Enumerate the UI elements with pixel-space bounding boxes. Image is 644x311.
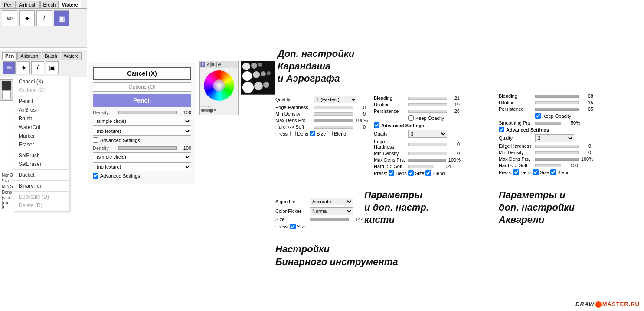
press-dens-check[interactable] [290, 131, 296, 136]
menu-brush[interactable]: Brush [13, 114, 69, 123]
menu-marker[interactable]: Marker [13, 132, 69, 140]
wc-mindens-label: Min Density [499, 150, 533, 155]
tab-pen-second[interactable]: Pen [2, 52, 17, 60]
max-dens-label: Max Dens Prs. [275, 118, 312, 123]
tab-pen-top[interactable]: Pen [1, 1, 16, 8]
press-blend-text: Blend [334, 131, 346, 136]
wc-hardsoft-slider[interactable] [535, 164, 561, 167]
adv-settings-check-main[interactable] [93, 137, 98, 143]
hard-soft-label: Hard <-> Soft [275, 124, 312, 129]
mini-tab-pen[interactable]: P [200, 62, 205, 67]
size-slider-brush[interactable] [310, 218, 349, 221]
brush-icon-second[interactable]: / [31, 61, 44, 74]
wc-press-size-check[interactable] [533, 169, 539, 175]
min-density-slider[interactable] [314, 112, 353, 116]
wc-dilution-slider[interactable] [535, 101, 579, 104]
menu-pencil[interactable]: Pencil [13, 97, 69, 106]
menu-seleraser[interactable]: SelEraser [13, 160, 69, 169]
edge-hardness-slider[interactable] [314, 106, 353, 109]
tab-brush-top[interactable]: Brush [40, 1, 59, 8]
circle-select2-main[interactable]: (simple circle) [93, 152, 191, 161]
airbrush-icon-second[interactable]: ✦ [17, 61, 30, 74]
wc-press-label: Press: [499, 170, 512, 175]
tab-waterc-top[interactable]: Waterc [59, 1, 81, 8]
cancel-button-main[interactable]: Cancel (X) [93, 67, 191, 80]
menu-selbrush[interactable]: SelBrush [13, 151, 69, 160]
tab-brush-second[interactable]: Brush [42, 52, 60, 60]
mini-tab-w[interactable]: W [216, 62, 222, 67]
min-density-adv-slider[interactable] [408, 152, 447, 155]
texture-select-main[interactable]: (no texture) [93, 127, 191, 136]
menu-cancel[interactable]: Cancel (X) [13, 77, 69, 86]
press-adv-dens-check[interactable] [389, 170, 394, 176]
menu-binarypen[interactable]: BinaryPen [13, 182, 69, 190]
menu-watercol[interactable]: WaterCol [13, 123, 69, 132]
blend-slider[interactable] [408, 97, 447, 100]
density-value2-main: 100 [178, 146, 191, 151]
wc-persistence-label: Persistence [499, 106, 533, 112]
wc-keep-opacity-check[interactable] [535, 113, 541, 119]
wc-quality-select[interactable]: 2 [535, 134, 574, 142]
pen-icon-second[interactable]: ✏ [3, 61, 16, 74]
wc-mindens-slider[interactable] [535, 151, 579, 154]
fg-color-box[interactable] [2, 81, 11, 90]
tab-airbrush-top[interactable]: Airbrush [16, 1, 40, 8]
wc-press-dens-check[interactable] [513, 169, 519, 175]
adv-settings-check-blend[interactable] [374, 122, 379, 128]
max-dens-slider[interactable] [314, 119, 353, 122]
density-slider-main[interactable] [118, 111, 177, 114]
hard-soft-adv-slider[interactable] [408, 165, 434, 168]
press-adv-size-check[interactable] [408, 170, 414, 176]
waterc-icon-top[interactable]: ▣ [54, 10, 69, 26]
edge-hardness-adv-slider[interactable] [408, 143, 447, 146]
color-picker-select[interactable]: Normal [310, 207, 353, 215]
density-slider2-main[interactable] [118, 146, 177, 150]
airbrush-icon-top[interactable]: ✦ [19, 10, 35, 26]
brush-icon-top[interactable]: / [36, 10, 52, 26]
wc-persistence-value: 65 [580, 106, 593, 112]
wc-smooth-slider[interactable] [535, 122, 561, 125]
pencil-button-main[interactable]: Pencil [93, 94, 191, 107]
menu-duplicate: Duplicate (D) [13, 192, 69, 201]
pen-icon-top[interactable]: ✏ [2, 10, 17, 26]
algorithm-select[interactable]: Accurate [310, 198, 353, 205]
wc-maxdens-slider[interactable] [535, 158, 579, 161]
wc-edge-label: Edge Hardness [499, 143, 533, 149]
tab-airbrush-second[interactable]: Airbrush [17, 52, 41, 60]
wc-adv-label: Advanced Settings [506, 127, 549, 132]
waterc-icon-second[interactable]: ▣ [46, 61, 59, 74]
dilution-slider[interactable] [408, 103, 447, 106]
max-dens-adv-slider[interactable] [408, 159, 446, 162]
wc-edge-slider[interactable] [535, 145, 579, 148]
color-wheel-inner [213, 79, 225, 92]
color-wheel[interactable] [204, 70, 234, 101]
adv-settings-label2-main: Advanced Settings [100, 173, 140, 179]
quality-adv-select[interactable]: 3 [408, 130, 447, 138]
context-menu: Cancel (X) Options (O) Pencil AirBrush B… [13, 76, 69, 211]
wc-press-size-text: Size [540, 170, 549, 175]
options-button-main[interactable]: Options (O) [93, 82, 191, 92]
persistence-slider[interactable] [408, 110, 447, 113]
circle-select-main[interactable]: (simple circle) [93, 117, 191, 126]
press-adv-blend-check[interactable] [425, 170, 431, 176]
menu-bucket[interactable]: Bucket [13, 171, 69, 179]
quality-select[interactable]: 1 (Fastest) [314, 96, 357, 103]
mini-tab-brush[interactable]: B [211, 62, 216, 67]
adv-settings-check2-main[interactable] [93, 173, 98, 179]
tab-waterc-second[interactable]: Waterc [61, 52, 82, 60]
wc-press-blend-check[interactable] [550, 169, 556, 175]
press-size-check[interactable] [310, 131, 315, 136]
press-brush-size-check[interactable] [290, 224, 296, 229]
mini-tab-air[interactable]: A [206, 62, 210, 67]
press-blend-check[interactable] [327, 131, 333, 136]
wc-persistence-slider[interactable] [535, 108, 579, 111]
keep-opacity-check[interactable] [408, 115, 414, 121]
texture-select2-main[interactable]: (no texture) [93, 162, 191, 171]
bg-color-box[interactable] [2, 90, 11, 99]
wc-adv-check[interactable] [499, 127, 504, 132]
hard-soft-slider[interactable] [314, 126, 353, 129]
wc-blend-slider[interactable] [535, 95, 579, 98]
menu-eraser[interactable]: Eraser [13, 140, 69, 149]
menu-airbrush[interactable]: AirBrush [13, 106, 69, 114]
brush-pattern-large [242, 63, 274, 70]
